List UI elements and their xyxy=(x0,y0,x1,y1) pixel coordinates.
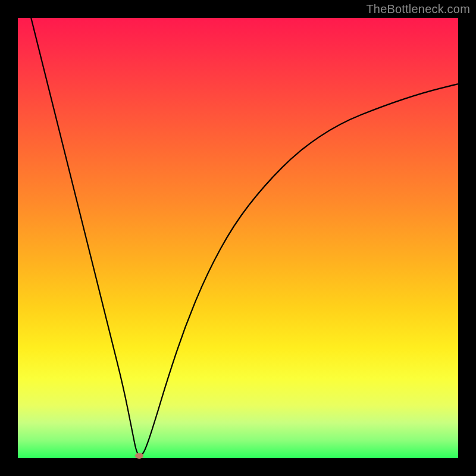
plot-area xyxy=(18,18,458,458)
minimum-marker xyxy=(135,453,143,459)
bottleneck-curve xyxy=(18,18,458,458)
watermark-text: TheBottleneck.com xyxy=(366,2,470,16)
curve-path xyxy=(31,18,458,455)
chart-frame: TheBottleneck.com xyxy=(0,0,476,476)
